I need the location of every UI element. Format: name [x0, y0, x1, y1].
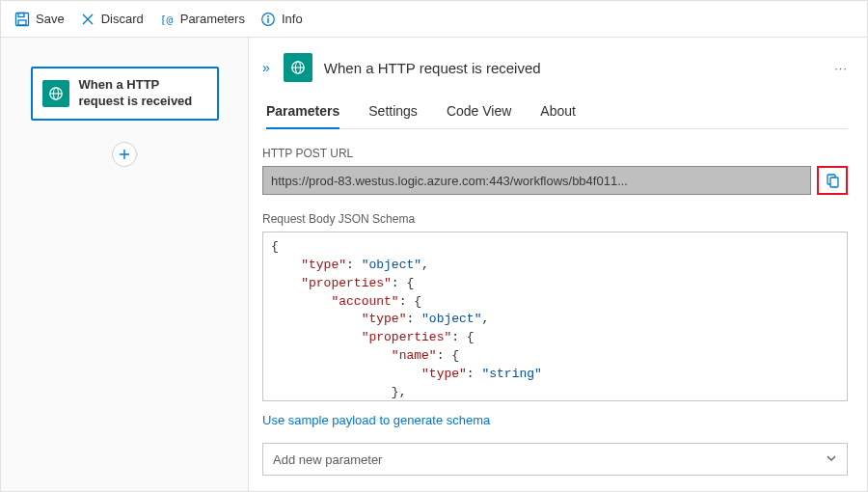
collapse-pane-button[interactable]: » — [262, 60, 270, 75]
svg-rect-1 — [18, 13, 24, 16]
discard-label: Discard — [101, 12, 144, 26]
svg-rect-6 — [267, 18, 268, 23]
svg-text:[@]: [@] — [160, 14, 175, 26]
parameters-icon: [@] — [159, 12, 175, 27]
tab-settings[interactable]: Settings — [368, 96, 418, 128]
http-connector-icon — [284, 53, 312, 82]
tab-parameters[interactable]: Parameters — [266, 96, 339, 128]
discard-button[interactable]: Discard — [80, 12, 144, 27]
tab-about[interactable]: About — [540, 96, 576, 128]
plus-icon — [118, 148, 131, 161]
trigger-card-label: When a HTTP request is received — [79, 77, 207, 110]
details-tabs: Parameters Settings Code View About — [262, 96, 848, 129]
add-parameter-dropdown[interactable]: Add new parameter — [262, 443, 848, 476]
info-icon — [260, 12, 276, 27]
trigger-card[interactable]: When a HTTP request is received — [31, 67, 219, 121]
parameters-button[interactable]: [@] Parameters — [159, 12, 245, 27]
use-sample-payload-link[interactable]: Use sample payload to generate schema — [262, 413, 490, 427]
http-post-url-input[interactable] — [262, 166, 811, 195]
svg-rect-14 — [830, 178, 838, 187]
details-title: When a HTTP request is received — [324, 60, 541, 76]
svg-rect-2 — [18, 20, 26, 25]
discard-icon — [80, 12, 95, 27]
more-menu-button[interactable]: ··· — [834, 61, 848, 75]
tab-codeview[interactable]: Code View — [447, 96, 511, 128]
json-schema-textarea[interactable]: { "type": "object", "properties": { "acc… — [262, 232, 848, 401]
top-toolbar: Save Discard [@] Parameters Info — [1, 1, 867, 38]
designer-canvas: When a HTTP request is received — [1, 38, 249, 491]
info-label: Info — [282, 12, 303, 26]
copy-icon — [825, 173, 840, 188]
info-button[interactable]: Info — [260, 12, 303, 27]
save-label: Save — [36, 12, 65, 26]
copy-url-button[interactable] — [817, 166, 848, 195]
parameters-label: Parameters — [180, 12, 245, 26]
svg-point-5 — [267, 15, 269, 17]
http-connector-icon — [42, 80, 69, 107]
save-button[interactable]: Save — [14, 12, 65, 27]
url-field-label: HTTP POST URL — [262, 147, 848, 160]
chevron-down-icon — [826, 452, 837, 467]
add-parameter-label: Add new parameter — [273, 452, 382, 467]
schema-field-label: Request Body JSON Schema — [262, 212, 848, 226]
add-step-button[interactable] — [112, 142, 137, 167]
details-pane: » When a HTTP request is received ··· Pa… — [249, 38, 867, 491]
save-icon — [14, 12, 30, 27]
